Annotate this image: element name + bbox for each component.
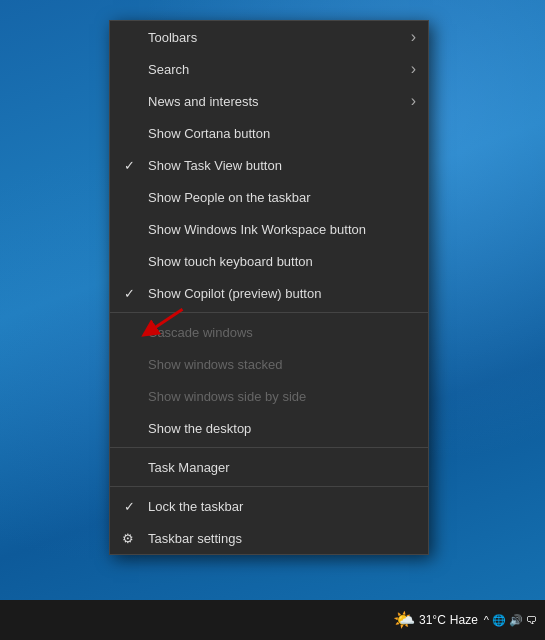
menu-label-news-interests: News and interests bbox=[148, 94, 259, 109]
weather-widget[interactable]: 🌤️ 31°C Haze bbox=[393, 609, 478, 631]
system-tray: ^ 🌐 🔊 🗨 bbox=[484, 614, 537, 627]
menu-label-show-cortana: Show Cortana button bbox=[148, 126, 270, 141]
menu-item-stacked: Show windows stacked bbox=[110, 348, 428, 380]
gear-icon: ⚙ bbox=[122, 531, 134, 546]
menu-item-news-interests[interactable]: News and interests bbox=[110, 85, 428, 117]
menu-label-show-touch: Show touch keyboard button bbox=[148, 254, 313, 269]
menu-label-show-desktop: Show the desktop bbox=[148, 421, 251, 436]
menu-item-show-ink[interactable]: Show Windows Ink Workspace button bbox=[110, 213, 428, 245]
menu-item-taskbar-settings[interactable]: ⚙Taskbar settings bbox=[110, 522, 428, 554]
menu-item-show-cortana[interactable]: Show Cortana button bbox=[110, 117, 428, 149]
divider-divider3 bbox=[110, 486, 428, 487]
menu-label-show-people: Show People on the taskbar bbox=[148, 190, 311, 205]
menu-label-task-manager: Task Manager bbox=[148, 460, 230, 475]
menu-item-toolbars[interactable]: Toolbars bbox=[110, 21, 428, 53]
checkmark-icon: ✓ bbox=[124, 286, 135, 301]
menu-label-search: Search bbox=[148, 62, 189, 77]
weather-condition: Haze bbox=[450, 613, 478, 627]
menu-label-taskbar-settings: Taskbar settings bbox=[148, 531, 242, 546]
taskbar: 🌤️ 31°C Haze ^ 🌐 🔊 🗨 bbox=[0, 600, 545, 640]
volume-icon[interactable]: 🔊 bbox=[509, 614, 523, 627]
checkmark-icon: ✓ bbox=[124, 158, 135, 173]
notification-icon[interactable]: 🗨 bbox=[526, 614, 537, 626]
menu-item-show-taskview[interactable]: ✓Show Task View button bbox=[110, 149, 428, 181]
menu-label-lock-taskbar: Lock the taskbar bbox=[148, 499, 243, 514]
svg-line-1 bbox=[149, 309, 183, 332]
menu-item-show-people[interactable]: Show People on the taskbar bbox=[110, 181, 428, 213]
menu-item-show-touch[interactable]: Show touch keyboard button bbox=[110, 245, 428, 277]
menu-item-task-manager[interactable]: Task Manager bbox=[110, 451, 428, 483]
menu-item-show-desktop[interactable]: Show the desktop bbox=[110, 412, 428, 444]
network-icon[interactable]: 🌐 bbox=[492, 614, 506, 627]
menu-label-stacked: Show windows stacked bbox=[148, 357, 282, 372]
menu-label-show-taskview: Show Task View button bbox=[148, 158, 282, 173]
menu-label-show-ink: Show Windows Ink Workspace button bbox=[148, 222, 366, 237]
red-arrow-indicator bbox=[130, 302, 190, 342]
weather-icon: 🌤️ bbox=[393, 609, 415, 631]
menu-item-lock-taskbar[interactable]: ✓Lock the taskbar bbox=[110, 490, 428, 522]
weather-temp: 31°C bbox=[419, 613, 446, 627]
menu-label-show-copilot: Show Copilot (preview) button bbox=[148, 286, 321, 301]
menu-item-search[interactable]: Search bbox=[110, 53, 428, 85]
checkmark-icon: ✓ bbox=[124, 499, 135, 514]
menu-label-toolbars: Toolbars bbox=[148, 30, 197, 45]
context-menu: ToolbarsSearchNews and interestsShow Cor… bbox=[109, 20, 429, 555]
divider-divider2 bbox=[110, 447, 428, 448]
menu-item-side-by-side: Show windows side by side bbox=[110, 380, 428, 412]
menu-label-side-by-side: Show windows side by side bbox=[148, 389, 306, 404]
chevron-icon[interactable]: ^ bbox=[484, 614, 489, 626]
